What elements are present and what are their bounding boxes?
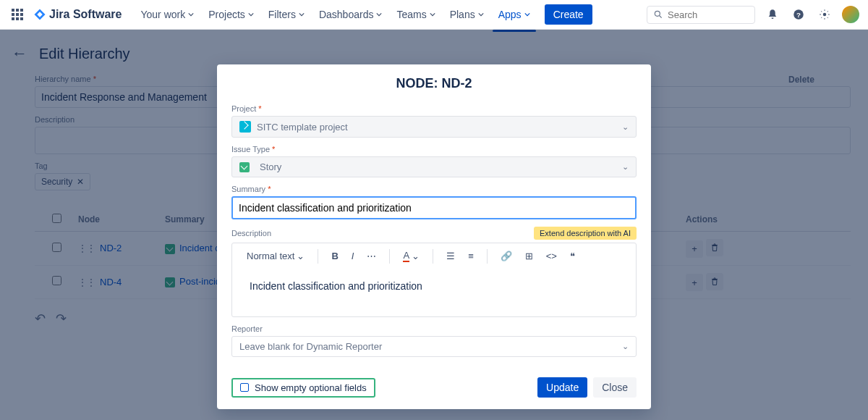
jira-logo[interactable]: Jira Software <box>33 8 122 21</box>
quote-button[interactable]: ❝ <box>566 248 579 264</box>
chevron-down-icon: ⌄ <box>622 122 629 132</box>
summary-label: Summary * <box>231 185 637 193</box>
summary-input[interactable] <box>231 196 637 219</box>
notifications-icon[interactable] <box>764 6 781 23</box>
project-icon <box>239 121 251 133</box>
checkbox-icon <box>240 383 249 392</box>
editor-content[interactable]: Incident classification and prioritizati… <box>232 269 636 316</box>
chevron-down-icon: ⌄ <box>297 251 305 261</box>
editor-toolbar: Normal text ⌄ B I ⋯ A ⌄ ☰ ≡ 🔗 ⊞ <> ❝ <box>232 243 636 269</box>
svg-text:?: ? <box>796 11 801 19</box>
jira-logo-icon <box>33 8 46 21</box>
show-empty-fields-toggle[interactable]: Show empty optional fields <box>231 378 375 398</box>
search-field[interactable] <box>668 9 740 20</box>
project-select[interactable]: SITC template project ⌄ <box>231 116 637 138</box>
story-icon <box>239 162 250 172</box>
svg-point-3 <box>823 13 827 17</box>
reporter-label: Reporter <box>231 324 637 333</box>
bold-button[interactable]: B <box>327 248 342 264</box>
chevron-down-icon <box>430 12 435 17</box>
chevron-down-icon <box>524 12 530 17</box>
nav-apps[interactable]: Apps <box>493 4 536 25</box>
help-icon[interactable]: ? <box>790 6 807 23</box>
reporter-select[interactable]: Leave blank for Dynamic Reporter ⌄ <box>231 336 637 357</box>
svg-point-0 <box>655 11 660 16</box>
text-style-dropdown[interactable]: Normal text ⌄ <box>242 248 309 264</box>
modal-footer: Show empty optional fields Update Close <box>217 366 651 409</box>
node-edit-modal: NODE: ND-2 Project * SITC template proje… <box>217 64 651 409</box>
settings-icon[interactable] <box>816 6 833 23</box>
bullet-list-button[interactable]: ☰ <box>442 248 459 264</box>
nav-projects[interactable]: Projects <box>203 4 260 25</box>
search-input[interactable] <box>647 6 755 24</box>
project-label: Project * <box>231 104 637 113</box>
chevron-down-icon: ⌄ <box>622 162 629 172</box>
chevron-down-icon: ⌄ <box>412 251 420 261</box>
chevron-down-icon <box>478 12 484 17</box>
more-formatting-button[interactable]: ⋯ <box>362 248 380 264</box>
description-label: Description <box>231 229 271 238</box>
table-button[interactable]: ⊞ <box>521 248 537 264</box>
chevron-down-icon <box>248 12 254 17</box>
nav-your-work[interactable]: Your work <box>135 4 200 25</box>
close-button[interactable]: Close <box>593 377 637 398</box>
nav-plans[interactable]: Plans <box>444 4 490 25</box>
chevron-down-icon: ⌄ <box>622 342 629 351</box>
update-button[interactable]: Update <box>537 377 587 398</box>
modal-title: NODE: ND-2 <box>231 76 637 97</box>
chevron-down-icon <box>376 12 382 17</box>
create-button[interactable]: Create <box>545 4 592 25</box>
search-icon <box>653 9 663 20</box>
nav-dashboards[interactable]: Dashboards <box>313 4 388 25</box>
issue-type-label: Issue Type * <box>231 145 637 154</box>
brand-text: Jira Software <box>49 8 122 21</box>
text-color-button[interactable]: A ⌄ <box>399 248 424 264</box>
italic-button[interactable]: I <box>347 248 359 264</box>
top-nav: Jira Software Your work Projects Filters… <box>0 0 868 30</box>
nav-filters[interactable]: Filters <box>263 4 310 25</box>
code-button[interactable]: <> <box>542 248 561 264</box>
extend-with-ai-button[interactable]: Extend description with AI <box>534 227 637 240</box>
app-switcher-icon[interactable] <box>9 6 26 23</box>
chevron-down-icon <box>299 12 305 17</box>
issue-type-select[interactable]: Story ⌄ <box>231 156 637 177</box>
nav-teams[interactable]: Teams <box>391 4 441 25</box>
link-button[interactable]: 🔗 <box>496 248 516 264</box>
avatar[interactable] <box>842 6 859 23</box>
rich-text-editor: Normal text ⌄ B I ⋯ A ⌄ ☰ ≡ 🔗 ⊞ <> ❝ I <box>231 243 637 317</box>
modal-overlay: NODE: ND-2 Project * SITC template proje… <box>0 30 868 420</box>
chevron-down-icon <box>188 12 194 17</box>
numbered-list-button[interactable]: ≡ <box>464 248 478 264</box>
